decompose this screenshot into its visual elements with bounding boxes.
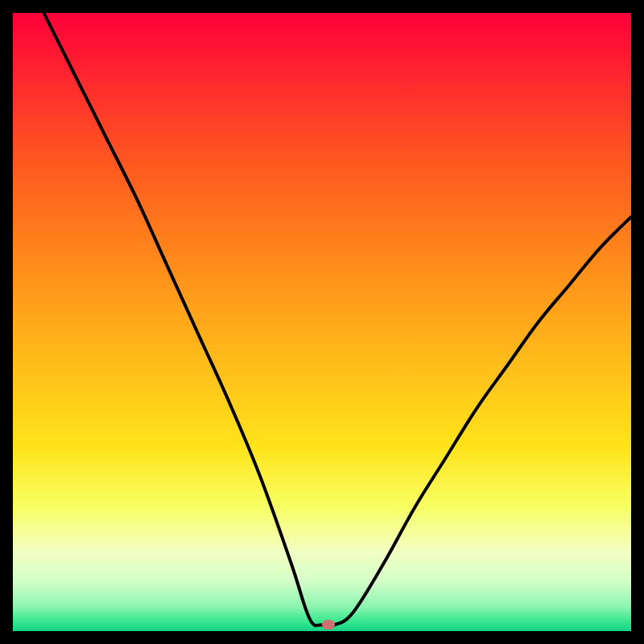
chart-plot	[13, 13, 631, 631]
optimal-point-marker	[322, 620, 335, 630]
chart-frame: TheBottleneck.com	[13, 13, 631, 631]
